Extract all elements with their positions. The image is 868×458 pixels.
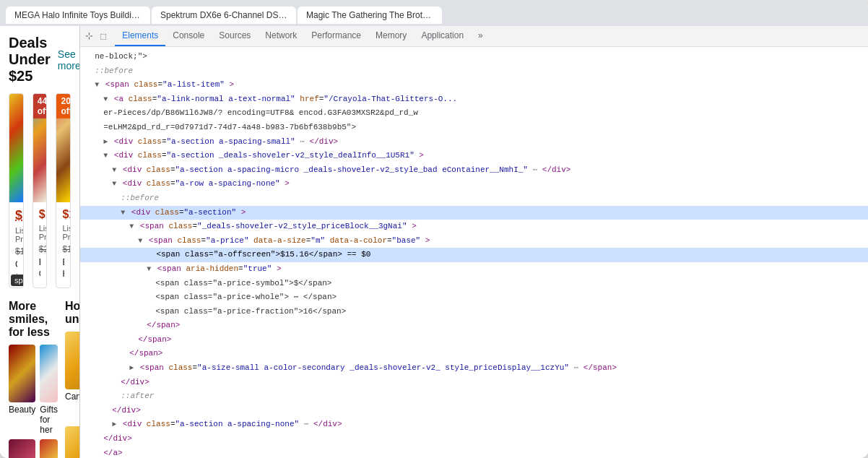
deals-header: Deals Under $25 See more (9, 35, 71, 85)
html-line[interactable]: ► <div class="a-section a-spacing-small"… (80, 135, 868, 150)
html-line[interactable]: ::before (80, 191, 868, 206)
list-price-label-3: List Price: (62, 224, 71, 241)
price-1: $15.16 (15, 208, 24, 223)
deal-badge-3: 20% off (56, 94, 71, 118)
tab-more[interactable]: » (471, 26, 490, 46)
devtools-panel: ⊹ ⬚ Elements Console Sources Network Per… (80, 26, 868, 458)
html-line[interactable]: ▼ <a class="a-link-normal a-text-normal"… (80, 92, 868, 107)
list-price-label-2: List Price: (39, 224, 48, 241)
html-line[interactable]: ::before (80, 64, 868, 79)
category-thumb-candles (65, 332, 80, 389)
devtools-tab-bar: ⊹ ⬚ Elements Console Sources Network Per… (80, 26, 868, 47)
html-line[interactable]: ▼ <span class="a-list-item" > (80, 78, 868, 92)
html-line[interactable]: er-Pieces/dp/B86W1l6JW8/? encoding=UTF8&… (80, 106, 868, 121)
html-line[interactable]: ▼ <div class="a-row a-spacing-none" > (80, 177, 868, 191)
category-label-beauty: Beauty (9, 405, 35, 415)
html-line[interactable]: <span class="a-price-fraction">16</span> (80, 305, 868, 319)
category-thumb-gift2 (40, 439, 58, 458)
price-row-2: $14.46 List Price: $26.00 (39, 208, 41, 254)
html-line[interactable]: ▼ <div class="a-section _deals-shoveler-… (80, 149, 868, 163)
tab-console[interactable]: Console (165, 26, 212, 46)
cursor-icon[interactable]: ⊹ (83, 30, 95, 42)
tab-performance[interactable]: Performance (304, 26, 368, 46)
product-title-3: Enola Holmes: The Graphic Novels: Th... (62, 257, 64, 280)
deal-card-3[interactable]: 20% off $11.99 List Price: $14.99 Enola … (56, 93, 71, 288)
amazon-panel: Deals Under $25 See more span.a-offscree… (0, 26, 80, 458)
deal-info-3: $11.99 List Price: $14.99 Enola Holmes: … (56, 202, 70, 285)
section-more-smiles: More smiles, for less Beauty Gifts for h… (9, 300, 58, 458)
element-tooltip: span.a-offscreen 54.03 × 22 (11, 275, 24, 286)
html-line[interactable]: <span class="a-price-whole"> ⋯ </span> (80, 290, 868, 305)
tab-1[interactable]: MEGA Halo Infinite Toys Building Set f..… (6, 7, 150, 24)
price-3: $11.99 (62, 208, 71, 221)
html-line[interactable]: </span> (80, 319, 868, 333)
tab-3[interactable]: Magic The Gathering The Brothers Wa... (298, 7, 442, 24)
category-grid-host: Candles Coffee table books (65, 332, 80, 458)
deal-card-2[interactable]: 44% off $14.46 List Price: $26.00 Buffal… (32, 93, 48, 288)
category-label-candles: Candles (65, 392, 80, 402)
category-beauty[interactable]: Beauty (9, 345, 35, 435)
category-candles[interactable]: Candles (65, 332, 80, 422)
html-line[interactable]: </div> (80, 404, 868, 418)
html-line[interactable]: ▼ <span aria-hidden="true" > (80, 262, 868, 277)
category-gifts-her[interactable]: Gifts for her (40, 345, 58, 435)
html-line[interactable]: </div> (80, 376, 868, 390)
category-gift2[interactable] (40, 439, 58, 458)
list-price-2: $26.00 (39, 244, 48, 254)
html-line[interactable]: ▼ <span class="_deals-shoveler-v2_style_… (80, 220, 868, 234)
box-icon[interactable]: ⬚ (97, 30, 109, 42)
tab-application[interactable]: Application (414, 26, 471, 46)
section-title-smiles: More smiles, for less (9, 300, 58, 339)
html-line[interactable]: ► <div class="a-section a-spacing-none" … (80, 418, 868, 432)
section-host-gifts: Host gifts under $50 Candles Coffee tabl… (65, 300, 80, 458)
html-line[interactable]: ne-block;"> (80, 50, 868, 64)
html-line[interactable]: ▼ <div class="a-section a-spacing-micro … (80, 163, 868, 178)
deals-grid: span.a-offscreen 54.03 × 22 $15.16 List … (9, 93, 71, 288)
category-thumb-gifts (40, 345, 58, 402)
tab-sources[interactable]: Sources (212, 26, 258, 46)
browser-window: MEGA Halo Infinite Toys Building Set f..… (0, 0, 868, 458)
category-thumb-candles2 (65, 426, 80, 458)
tab-elements[interactable]: Elements (115, 26, 165, 46)
section-grid: More smiles, for less Beauty Gifts for h… (9, 300, 71, 458)
category-thumb-beauty (9, 345, 35, 402)
tab-2[interactable]: Spektrum DX6e 6-Channel DSMX 2.4G... (152, 7, 296, 24)
category-label-gifts: Gifts for her (40, 405, 58, 435)
see-more-link[interactable]: See more (58, 48, 80, 72)
main-content: Deals Under $25 See more span.a-offscree… (0, 26, 868, 458)
category-grid-smiles: Beauty Gifts for her (9, 345, 58, 458)
section-title-host: Host gifts under $50 (65, 300, 80, 326)
tab-network[interactable]: Network (258, 26, 304, 46)
list-price-label-1: List Price: (15, 226, 24, 243)
html-line[interactable]: </div> (80, 432, 868, 446)
html-line[interactable]: ► <span class="a-size-small a-color-seco… (80, 361, 868, 376)
price-2: $14.46 (39, 208, 48, 221)
deal-info-2: $14.46 List Price: $26.00 Buffalo Games … (33, 202, 47, 285)
deals-title: Deals Under $25 (9, 35, 51, 85)
deal-card-1[interactable]: span.a-offscreen 54.03 × 22 $15.16 List … (9, 93, 24, 288)
category-thumb-beauty2 (9, 439, 35, 458)
tab-memory[interactable]: Memory (368, 26, 414, 46)
html-line-price[interactable]: <span class="a-offscreen">$15.16</span> … (80, 248, 868, 262)
list-price-3: $14.99 (62, 244, 71, 254)
html-line[interactable]: <span class="a-price-symbol">$</span> (80, 277, 868, 291)
html-line[interactable]: =eLHM2&pd_rd_r=0d7971d7-74d7-4a48-b983-7… (80, 121, 868, 135)
html-line[interactable]: </a> (80, 446, 868, 458)
product-image-1 (9, 94, 23, 202)
price-row-3: $11.99 List Price: $14.99 (62, 208, 64, 254)
price-row-1: $15.16 List Price: $18.99 (15, 208, 17, 256)
html-line[interactable]: </span> (80, 333, 868, 347)
category-candles2[interactable] (65, 426, 80, 458)
html-line[interactable]: </span> (80, 347, 868, 361)
deal-badge-2: 44% off (33, 94, 48, 118)
devtools-content: ne-block;"> ::before ▼ <span class="a-li… (80, 47, 868, 458)
html-line-selected[interactable]: ▼ <div class="a-section" > (80, 206, 868, 220)
html-line[interactable]: ▼ <span class="a-price" data-a-size="m" … (80, 234, 868, 249)
html-line[interactable]: ::after (80, 389, 868, 404)
tab-bar: MEGA Halo Infinite Toys Building Set f..… (0, 0, 868, 26)
list-price-1: $18.99 (15, 246, 24, 256)
product-title-2: Buffalo Games - Cinque Terre - 1000 P... (39, 257, 41, 280)
category-beauty2[interactable] (9, 439, 35, 458)
